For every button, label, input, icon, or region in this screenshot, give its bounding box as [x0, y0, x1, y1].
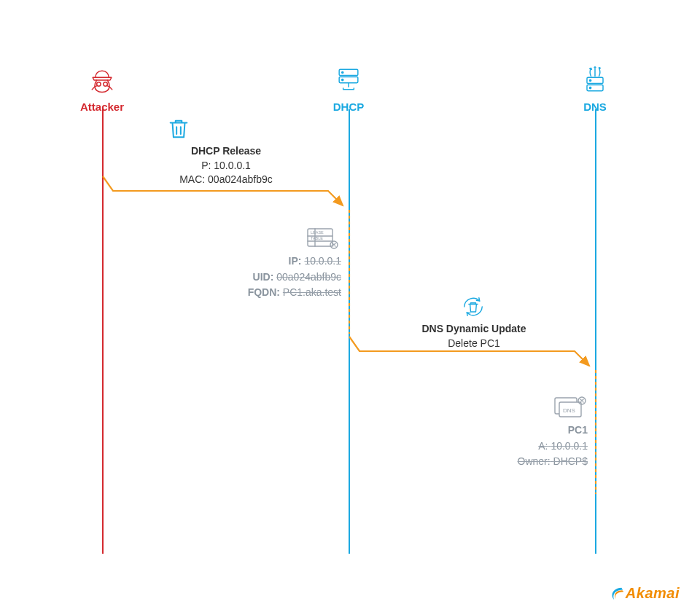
attacker-icon — [44, 64, 160, 96]
svg-point-5 — [342, 79, 343, 80]
trash-icon — [164, 117, 193, 144]
svg-text:TABLE: TABLE — [311, 236, 323, 240]
msg1-line2: MAC: 00a024abfb9c — [179, 173, 273, 185]
dns-server-icon — [537, 64, 653, 96]
dns-record-icon: DNS — [553, 393, 588, 423]
msg2-line1: Delete PC1 — [448, 337, 500, 349]
dns-owner-label: Owner: — [518, 455, 551, 467]
actor-dhcp: DHCP — [290, 64, 407, 113]
lifeline-dns — [595, 109, 596, 554]
dns-a-label: A: — [538, 440, 548, 452]
akamai-swoosh-icon — [608, 585, 624, 601]
msg2-title: DNS Dynamic Update — [421, 323, 526, 334]
msg1-line1: P: 10.0.0.1 — [201, 160, 251, 171]
dns-host: PC1 — [474, 423, 588, 439]
actor-attacker: Attacker — [44, 64, 160, 113]
msg1-title: DHCP Release — [191, 145, 261, 157]
dns-update-icon — [458, 291, 489, 325]
svg-text:LEASE: LEASE — [311, 230, 324, 235]
lease-ip-value: 10.0.0.1 — [304, 255, 341, 267]
svg-point-8 — [589, 79, 591, 81]
svg-point-9 — [589, 87, 591, 88]
lifeline-attacker — [102, 109, 104, 554]
lease-uid-label: UID: — [253, 271, 274, 283]
dns-record-entry: PC1 A: 10.0.0.1 Owner: DHCP$ — [474, 423, 588, 470]
brand-watermark: Akamai — [608, 585, 680, 602]
lease-ip-label: IP: — [289, 255, 302, 267]
lease-table-entry: IP: 10.0.0.1 UID: 00a024abfb9c FQDN: PC1… — [219, 254, 341, 301]
dns-a-value: 10.0.0.1 — [551, 440, 588, 452]
msg-dhcp-release: DHCP Release P: 10.0.0.1 MAC: 00a024abfb… — [131, 144, 321, 187]
actor-dns: DNS — [537, 64, 653, 113]
lease-fqdn-value: PC1.aka.test — [283, 286, 341, 298]
dhcp-server-icon — [290, 64, 407, 96]
sequence-diagram: Attacker DHCP — [0, 0, 700, 612]
msg-dns-update: DNS Dynamic Update Delete PC1 — [379, 322, 569, 350]
lease-fqdn-label: FQDN: — [248, 286, 280, 298]
brand-name: Akamai — [626, 585, 680, 601]
svg-point-4 — [342, 71, 343, 73]
lifeline-dhcp — [349, 109, 350, 554]
lease-table-icon: LEASE TABLE — [305, 226, 340, 255]
lease-uid-value: 00a024abfb9c — [276, 271, 341, 283]
svg-text:DNS: DNS — [563, 407, 575, 414]
dns-owner-value: DHCP$ — [553, 455, 588, 467]
